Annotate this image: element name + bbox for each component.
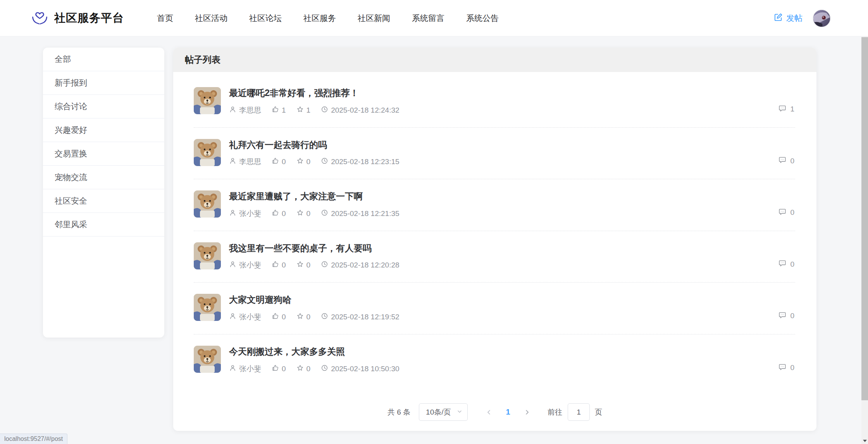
sidebar-category-item[interactable]: 宠物交流 xyxy=(43,166,164,189)
post-list-title: 帖子列表 xyxy=(185,54,220,66)
post-row[interactable]: 最近哪吒2非常好看，强烈推荐！ 李思思 xyxy=(194,76,795,127)
post-star-count: 0 xyxy=(307,209,311,218)
sidebar-category-item[interactable]: 全部 xyxy=(43,48,164,71)
star-icon xyxy=(296,106,304,115)
post-title: 最近家里遭贼了，大家注意一下啊 xyxy=(229,191,410,202)
post-meta: 张小斐 0 xyxy=(229,260,410,270)
goto-page-input[interactable] xyxy=(568,403,590,421)
status-url: localhost:9527/#/post xyxy=(4,435,63,442)
edit-pen-icon xyxy=(774,13,783,24)
post-author-avatar xyxy=(194,87,221,114)
thumbs-up-icon xyxy=(272,157,279,166)
star-icon xyxy=(296,312,304,322)
person-icon xyxy=(229,157,236,166)
post-like-count: 1 xyxy=(282,106,286,115)
post-row[interactable]: 最近家里遭贼了，大家注意一下啊 张小斐 xyxy=(194,179,795,231)
pagination: 共 6 条 10条/页 1 前往 页 xyxy=(173,403,816,421)
post-star-count: 0 xyxy=(307,313,311,321)
brand-logo[interactable]: 社区服务平台 xyxy=(31,8,124,28)
sidebar-category-item[interactable]: 交易置换 xyxy=(43,142,164,166)
post-like-count: 0 xyxy=(282,365,286,373)
person-icon xyxy=(229,106,236,115)
category-sidebar: 全部 新手报到 综合讨论 兴趣爱好 交易置换 宠物交流 社区安全 邻里风采 xyxy=(43,48,164,338)
sidebar-category-item[interactable]: 兴趣爱好 xyxy=(43,118,164,142)
post-title: 礼拜六有一起去骑行的吗 xyxy=(229,140,410,151)
sidebar-category-item[interactable]: 综合讨论 xyxy=(43,95,164,118)
page-size-value: 10条/页 xyxy=(426,407,451,417)
nav-item[interactable]: 社区服务 xyxy=(303,13,336,24)
post-like-count: 0 xyxy=(282,158,286,166)
post-body: 大家文明遛狗哈 张小斐 xyxy=(229,294,410,322)
page-size-select[interactable]: 10条/页 xyxy=(419,403,468,421)
sidebar-category-label: 宠物交流 xyxy=(55,172,87,183)
post-author-name: 李思思 xyxy=(239,157,261,167)
nav-item[interactable]: 社区论坛 xyxy=(249,13,282,24)
nav-item[interactable]: 社区活动 xyxy=(195,13,227,24)
nav-item[interactable]: 系统公告 xyxy=(466,13,499,24)
star-icon xyxy=(296,157,304,166)
thumbs-up-icon xyxy=(272,106,279,115)
post-time: 2025-02-18 12:20:28 xyxy=(321,261,399,270)
post-meta: 张小斐 0 xyxy=(229,209,410,219)
post-stars: 0 xyxy=(296,157,311,166)
post-meta: 李思思 1 xyxy=(229,105,410,115)
person-icon xyxy=(229,209,236,218)
page-unit-label: 页 xyxy=(595,407,602,417)
post-row[interactable]: 大家文明遛狗哈 张小斐 xyxy=(194,282,795,334)
nav-item[interactable]: 首页 xyxy=(157,13,173,24)
post-stars: 0 xyxy=(296,312,311,322)
post-author-name: 张小斐 xyxy=(239,260,261,270)
post-star-count: 1 xyxy=(307,106,311,115)
post-author: 李思思 xyxy=(229,105,261,115)
post-body: 礼拜六有一起去骑行的吗 李思思 xyxy=(229,139,410,167)
thumbs-up-icon xyxy=(272,261,279,270)
scrollbar-down-button[interactable] xyxy=(861,437,868,444)
sidebar-category-item[interactable]: 邻里风采 xyxy=(43,213,164,237)
star-icon xyxy=(296,364,304,374)
post-comment-count: 0 xyxy=(778,259,794,269)
goto-page-label: 前往 xyxy=(548,407,562,417)
nav-item[interactable]: 系统留言 xyxy=(412,13,444,24)
comment-count: 0 xyxy=(790,260,794,269)
nav-item[interactable]: 社区新闻 xyxy=(358,13,390,24)
clock-icon xyxy=(321,157,328,166)
sidebar-category-label: 全部 xyxy=(55,54,71,65)
post-comment-count: 0 xyxy=(778,311,794,321)
post-time: 2025-02-18 12:19:52 xyxy=(321,312,399,322)
user-avatar[interactable] xyxy=(813,9,831,27)
post-timestamp: 2025-02-18 12:23:15 xyxy=(331,158,399,166)
scrollbar-thumb[interactable] xyxy=(861,37,868,400)
post-author-avatar xyxy=(194,294,221,321)
clock-icon xyxy=(321,106,328,115)
post-timestamp: 2025-02-18 12:20:28 xyxy=(331,261,399,269)
post-author: 张小斐 xyxy=(229,260,261,270)
post-title: 我这里有一些不要的桌子，有人要吗 xyxy=(229,243,410,254)
post-row[interactable]: 礼拜六有一起去骑行的吗 李思思 xyxy=(194,127,795,179)
person-icon xyxy=(229,312,236,322)
browser-status-bar: localhost:9527/#/post xyxy=(0,434,67,444)
post-author: 李思思 xyxy=(229,157,261,167)
sidebar-category-item[interactable]: 社区安全 xyxy=(43,189,164,213)
post-author-avatar xyxy=(194,346,221,373)
scroll-down-arrow-icon xyxy=(863,440,867,442)
prev-page-button[interactable] xyxy=(479,409,499,416)
post-title: 大家文明遛狗哈 xyxy=(229,295,410,305)
clock-icon xyxy=(321,364,328,374)
current-page-number[interactable]: 1 xyxy=(499,408,517,417)
post-likes: 0 xyxy=(272,312,286,322)
post-star-count: 0 xyxy=(307,158,311,166)
post-author-name: 张小斐 xyxy=(239,209,261,219)
create-post-button[interactable]: 发帖 xyxy=(774,13,803,24)
sidebar-category-item[interactable]: 新手报到 xyxy=(43,71,164,95)
post-comment-count: 1 xyxy=(778,104,794,115)
post-timestamp: 2025-02-18 12:24:32 xyxy=(331,106,399,115)
post-author-avatar xyxy=(194,190,221,218)
post-author: 张小斐 xyxy=(229,209,261,219)
post-row[interactable]: 我这里有一些不要的桌子，有人要吗 张小斐 xyxy=(194,231,795,283)
vertical-scrollbar[interactable] xyxy=(861,36,868,444)
thumbs-up-icon xyxy=(272,209,279,218)
comment-bubble-icon xyxy=(778,156,787,166)
next-page-button[interactable] xyxy=(517,409,537,416)
navbar-right: 发帖 xyxy=(774,0,831,36)
post-row[interactable]: 今天刚搬过来，大家多多关照 张小斐 xyxy=(194,334,795,386)
